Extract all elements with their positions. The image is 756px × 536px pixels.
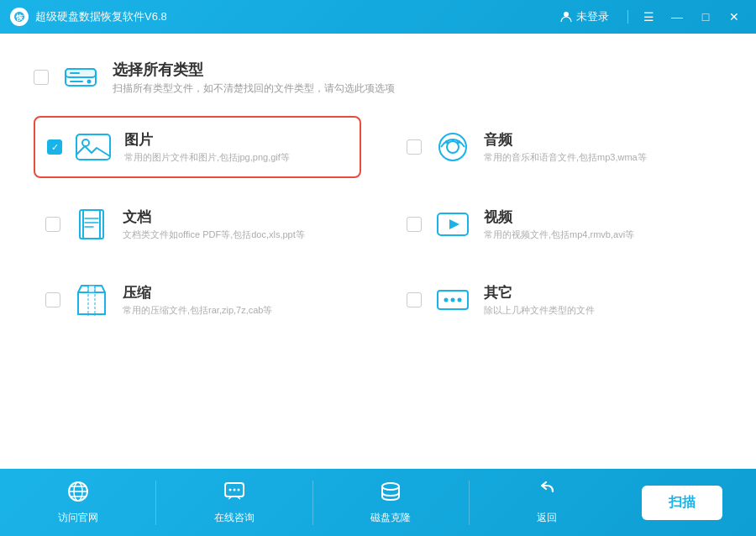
video-icon <box>433 205 472 244</box>
footer-back-btn[interactable]: 返回 <box>470 481 625 525</box>
user-label: 未登录 <box>576 9 609 24</box>
svg-point-13 <box>457 140 460 144</box>
menu-button[interactable]: ☰ <box>637 5 660 29</box>
image-icon <box>74 128 113 166</box>
svg-point-11 <box>447 141 459 153</box>
svg-point-12 <box>445 140 449 144</box>
select-all-description: 扫描所有类型文件，如不清楚找回的文件类型，请勾选此项选项 <box>113 81 395 96</box>
select-all-checkbox[interactable] <box>34 70 49 85</box>
svg-point-26 <box>444 298 449 302</box>
category-grid: 图片 常用的图片文件和图片,包括jpg,png,gif等 音频 常用的音乐和语音… <box>34 116 722 329</box>
audio-text: 音频 常用的音乐和语音文件,包括mp3,wma等 <box>484 130 647 164</box>
category-item-compress[interactable]: 压缩 常用的压缩文件,包括rar,zip,7z,cab等 <box>34 271 361 329</box>
clone-icon <box>380 481 402 507</box>
svg-text:恢: 恢 <box>15 13 24 22</box>
svg-point-10 <box>439 134 466 160</box>
other-title: 其它 <box>484 283 595 302</box>
titlebar: 恢 超级硬盘数据恢复软件V6.8 未登录 ☰ — □ ✕ <box>0 0 756 34</box>
footer-buttons: 访问官网 在线咨询 磁盘克隆 <box>0 481 625 525</box>
image-text: 图片 常用的图片文件和图片,包括jpg,png,gif等 <box>124 130 290 164</box>
title-divider <box>627 10 628 24</box>
document-text: 文档 文档类文件如office PDF等,包括doc,xls,ppt等 <box>123 208 305 241</box>
footer-consult-btn[interactable]: 在线咨询 <box>156 481 312 525</box>
close-button[interactable]: ✕ <box>722 5 746 29</box>
svg-point-2 <box>564 12 569 17</box>
compress-title: 压缩 <box>123 283 272 302</box>
maximize-button[interactable]: □ <box>694 5 717 29</box>
other-description: 除以上几种文件类型的文件 <box>484 304 595 317</box>
svg-point-27 <box>451 298 455 302</box>
select-all-text: 选择所有类型 扫描所有类型文件，如不清楚找回的文件类型，请勾选此项选项 <box>113 60 395 96</box>
category-item-audio[interactable]: 音频 常用的音乐和语音文件,包括mp3,wma等 <box>395 116 722 178</box>
footer-website-btn[interactable]: 访问官网 <box>0 481 156 525</box>
video-checkbox[interactable] <box>407 217 422 232</box>
svg-point-36 <box>233 488 235 491</box>
select-all-icon <box>62 59 99 96</box>
main-content: 选择所有类型 扫描所有类型文件，如不清楚找回的文件类型，请勾选此项选项 图片 常… <box>0 34 756 469</box>
consult-label: 在线咨询 <box>214 511 255 525</box>
category-item-other[interactable]: 其它 除以上几种文件类型的文件 <box>395 271 722 329</box>
compress-checkbox[interactable] <box>45 292 60 307</box>
other-checkbox[interactable] <box>407 292 422 307</box>
audio-description: 常用的音乐和语音文件,包括mp3,wma等 <box>484 151 647 164</box>
svg-rect-22 <box>88 286 95 292</box>
audio-icon <box>433 128 472 166</box>
svg-point-5 <box>87 80 92 84</box>
website-icon <box>67 481 89 507</box>
footer: 访问官网 在线咨询 磁盘克隆 <box>0 469 756 536</box>
compress-icon <box>72 281 111 319</box>
svg-rect-15 <box>83 210 100 239</box>
document-checkbox[interactable] <box>45 217 60 232</box>
svg-point-38 <box>382 483 399 490</box>
app-logo: 恢 <box>10 8 29 26</box>
minimize-button[interactable]: — <box>665 5 689 29</box>
category-item-image[interactable]: 图片 常用的图片文件和图片,包括jpg,png,gif等 <box>34 116 361 178</box>
document-icon <box>72 205 111 244</box>
select-all-title: 选择所有类型 <box>113 60 395 80</box>
website-label: 访问官网 <box>58 511 98 525</box>
back-icon <box>536 481 558 507</box>
compress-description: 常用的压缩文件,包括rar,zip,7z,cab等 <box>123 304 272 317</box>
svg-point-28 <box>458 298 462 302</box>
svg-marker-20 <box>449 219 459 229</box>
audio-checkbox[interactable] <box>407 139 422 155</box>
compress-text: 压缩 常用的压缩文件,包括rar,zip,7z,cab等 <box>123 283 272 317</box>
footer-right: 扫描 <box>625 486 756 520</box>
titlebar-actions: 未登录 ☰ — □ ✕ <box>559 5 746 29</box>
user-area[interactable]: 未登录 <box>559 9 609 24</box>
other-icon <box>433 281 472 319</box>
image-description: 常用的图片文件和图片,包括jpg,png,gif等 <box>124 151 290 164</box>
back-label: 返回 <box>537 511 557 525</box>
audio-title: 音频 <box>484 130 647 150</box>
video-title: 视频 <box>484 208 634 227</box>
category-item-video[interactable]: 视频 常用的视频文件,包括mp4,rmvb,avi等 <box>395 195 722 254</box>
scan-button[interactable]: 扫描 <box>642 486 722 520</box>
svg-point-37 <box>237 488 239 491</box>
app-title: 超级硬盘数据恢复软件V6.8 <box>35 9 559 24</box>
video-description: 常用的视频文件,包括mp4,rmvb,avi等 <box>484 229 634 241</box>
svg-rect-8 <box>76 134 110 160</box>
other-text: 其它 除以上几种文件类型的文件 <box>484 283 595 317</box>
consult-icon <box>223 481 245 507</box>
document-description: 文档类文件如office PDF等,包括doc,xls,ppt等 <box>123 229 305 241</box>
svg-point-9 <box>82 139 89 146</box>
document-title: 文档 <box>123 208 305 227</box>
clone-label: 磁盘克隆 <box>370 511 411 525</box>
image-checkbox[interactable] <box>47 139 62 155</box>
video-text: 视频 常用的视频文件,包括mp4,rmvb,avi等 <box>484 208 634 241</box>
select-all-row[interactable]: 选择所有类型 扫描所有类型文件，如不清楚找回的文件类型，请勾选此项选项 <box>34 59 722 96</box>
image-title: 图片 <box>124 130 290 150</box>
svg-point-35 <box>228 488 231 491</box>
category-item-document[interactable]: 文档 文档类文件如office PDF等,包括doc,xls,ppt等 <box>34 195 361 254</box>
footer-clone-btn[interactable]: 磁盘克隆 <box>313 481 470 525</box>
